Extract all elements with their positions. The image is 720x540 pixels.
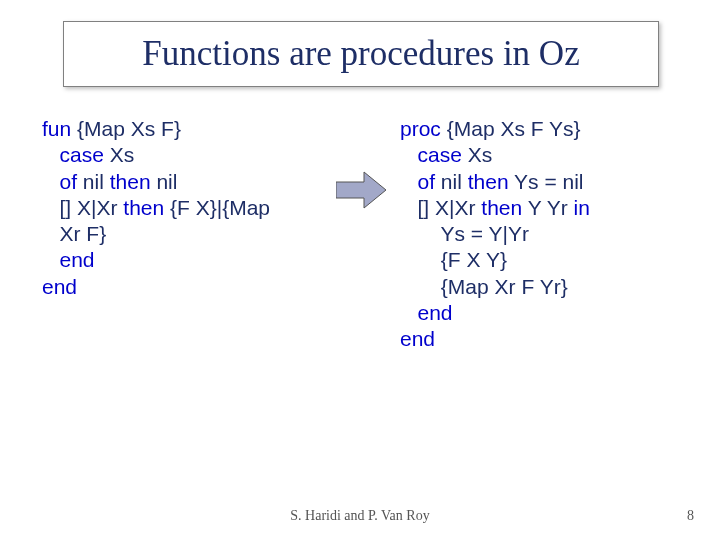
- code-line: {Map Xr F Yr}: [400, 274, 700, 300]
- code-line: of nil then Ys = nil: [400, 169, 700, 195]
- code-line: [] X|Xr then {F X}|{Map: [42, 195, 322, 221]
- code-line: {F X Y}: [400, 247, 700, 273]
- code-line: end: [42, 274, 322, 300]
- slide-title: Functions are procedures in Oz: [142, 34, 579, 74]
- code-line: case Xs: [42, 142, 322, 168]
- code-line: end: [42, 247, 322, 273]
- code-line: Xr F}: [42, 221, 322, 247]
- code-line: case Xs: [400, 142, 700, 168]
- code-line: Ys = Y|Yr: [400, 221, 700, 247]
- code-block-proc: proc {Map Xs F Ys} case Xs of nil then Y…: [400, 116, 700, 352]
- footer: S. Haridi and P. Van Roy 8: [0, 508, 720, 528]
- code-line: proc {Map Xs F Ys}: [400, 116, 700, 142]
- page-number: 8: [687, 508, 694, 524]
- code-line: of nil then nil: [42, 169, 322, 195]
- title-box: Functions are procedures in Oz: [63, 21, 659, 87]
- code-block-fun: fun {Map Xs F} case Xs of nil then nil […: [42, 116, 322, 300]
- code-line: fun {Map Xs F}: [42, 116, 322, 142]
- arrow-icon: [336, 170, 386, 210]
- code-line: end: [400, 300, 700, 326]
- svg-marker-0: [336, 172, 386, 208]
- code-line: end: [400, 326, 700, 352]
- code-line: [] X|Xr then Y Yr in: [400, 195, 700, 221]
- footer-authors: S. Haridi and P. Van Roy: [0, 508, 720, 524]
